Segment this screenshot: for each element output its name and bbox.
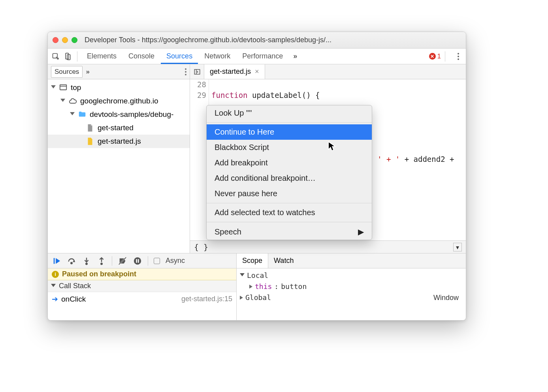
navigator-tab-sources[interactable]: Sources	[51, 66, 83, 78]
folder-icon	[78, 110, 87, 119]
frame-icon	[59, 83, 68, 92]
step-over-icon[interactable]	[67, 256, 76, 266]
close-window-button[interactable]	[53, 37, 58, 43]
tree-row-domain[interactable]: googlechrome.github.io	[48, 94, 190, 108]
inspect-icon[interactable]	[50, 51, 61, 62]
callstack-header[interactable]: Call Stack	[48, 280, 236, 292]
file-icon	[86, 124, 94, 132]
scope-this[interactable]: this: button	[240, 281, 463, 292]
ctx-add-conditional-breakpoint[interactable]: Add conditional breakpoint…	[207, 171, 372, 186]
separator	[207, 222, 372, 222]
svg-point-16	[134, 257, 141, 264]
js-file-icon	[86, 137, 94, 146]
separator	[207, 122, 372, 123]
separator	[112, 256, 112, 266]
step-into-icon[interactable]	[82, 256, 91, 266]
ctx-speech-label: Speech	[215, 227, 241, 236]
ctx-speech[interactable]: Speech▶	[207, 224, 372, 240]
tab-network[interactable]: Network	[199, 49, 236, 64]
tree-label: googlechrome.github.io	[80, 97, 158, 105]
ctx-never-pause-here[interactable]: Never pause here	[207, 186, 372, 201]
tree-row-top[interactable]: top	[48, 81, 190, 94]
tree-label: get-started.js	[98, 137, 141, 146]
error-icon: ✕	[429, 53, 436, 60]
scope-global[interactable]: Global Window	[240, 292, 463, 303]
ctx-continue-to-here[interactable]: Continue to Here	[207, 124, 372, 140]
tree-label: top	[71, 83, 81, 92]
frame-name: onClick	[61, 295, 86, 303]
coverage-icon[interactable]: ▾	[453, 243, 462, 251]
context-menu: Look Up "" Continue to Here Blackbox Scr…	[206, 105, 372, 240]
device-toggle-icon[interactable]	[62, 51, 73, 62]
scope-value: Window	[433, 292, 459, 303]
tab-scope[interactable]: Scope	[237, 253, 268, 268]
stack-frame[interactable]: ➔onClick get-started.js:15	[48, 292, 236, 306]
tree-label: get-started	[98, 124, 134, 132]
txt: + addend2 +	[400, 155, 459, 163]
error-badge[interactable]: ✕ 1	[429, 53, 441, 60]
editor-file-tab[interactable]: get-started.js ×	[204, 64, 265, 79]
separator	[445, 51, 445, 62]
deactivate-breakpoints-icon[interactable]	[118, 256, 127, 266]
pretty-print-icon[interactable]: { }	[194, 242, 208, 252]
main-tabs: Elements Console Sources Network Perform…	[48, 49, 466, 64]
tree-label: devtools-samples/debug-	[90, 110, 173, 119]
svg-marker-8	[56, 258, 60, 264]
navigator-more-icon[interactable]	[185, 68, 186, 75]
callstack-label: Call Stack	[59, 282, 91, 290]
ctx-blackbox-script[interactable]: Blackbox Script	[207, 140, 372, 155]
tree-row-js[interactable]: get-started.js	[48, 135, 190, 148]
chevron-down-icon	[51, 85, 56, 90]
cloud-icon	[68, 97, 77, 105]
chevron-down-icon	[51, 284, 56, 289]
tabs-overflow[interactable]: »	[289, 52, 301, 60]
ctx-add-breakpoint[interactable]: Add breakpoint	[207, 155, 372, 171]
scope-name: Global	[245, 292, 271, 303]
scope-body: Local this: button Global Window	[237, 268, 466, 320]
navigator-overflow[interactable]: »	[86, 68, 89, 76]
debugger-right: Scope Watch Local this: button Global Wi…	[237, 253, 466, 320]
editor-footer: { } ▾	[190, 240, 466, 253]
tab-performance[interactable]: Performance	[237, 49, 288, 64]
step-out-icon[interactable]	[97, 256, 106, 266]
zoom-window-button[interactable]	[72, 37, 77, 43]
svg-point-13	[101, 263, 102, 264]
tree-row-folder[interactable]: devtools-samples/debug-	[48, 108, 190, 121]
separator	[77, 51, 77, 62]
frame-location: get-started.js:15	[181, 295, 232, 303]
tab-console[interactable]: Console	[123, 49, 160, 64]
editor-header: get-started.js ×	[190, 64, 466, 79]
svg-rect-7	[54, 258, 55, 264]
tree-row-html[interactable]: get-started	[48, 121, 190, 135]
close-tab-icon[interactable]: ×	[255, 68, 259, 76]
debugger-panel: Async i Paused on breakpoint Call Stack …	[48, 253, 466, 320]
scope-local[interactable]: Local	[240, 270, 463, 281]
toggle-navigator-icon[interactable]	[190, 64, 204, 79]
svg-point-9	[71, 262, 72, 264]
paused-text: Paused on breakpoint	[62, 270, 136, 278]
submenu-arrow-icon: ▶	[358, 227, 364, 236]
info-icon: i	[52, 271, 59, 278]
ctx-lookup[interactable]: Look Up ""	[207, 105, 372, 121]
chevron-down-icon	[60, 99, 65, 103]
svg-rect-17	[136, 259, 137, 263]
async-checkbox[interactable]	[154, 258, 160, 264]
minimize-window-button[interactable]	[62, 37, 68, 43]
tab-elements[interactable]: Elements	[81, 49, 122, 64]
navigator-header: Sources »	[48, 64, 190, 79]
svg-point-11	[86, 263, 87, 264]
resume-icon[interactable]	[52, 256, 61, 266]
line-number: 28	[190, 79, 206, 90]
chevron-right-icon	[240, 296, 243, 300]
error-count: 1	[437, 53, 441, 60]
pause-exceptions-icon[interactable]	[133, 256, 142, 266]
svg-rect-3	[60, 85, 67, 90]
ctx-add-to-watches[interactable]: Add selected text to watches	[207, 205, 372, 220]
separator	[148, 256, 148, 266]
navigator-pane: Sources » top googlechrome.github.io	[48, 64, 190, 253]
more-menu-icon[interactable]	[453, 53, 463, 60]
tab-sources[interactable]: Sources	[161, 49, 198, 64]
prop-name: this	[255, 281, 272, 292]
mouse-cursor-icon	[328, 141, 337, 153]
tab-watch[interactable]: Watch	[268, 253, 299, 268]
